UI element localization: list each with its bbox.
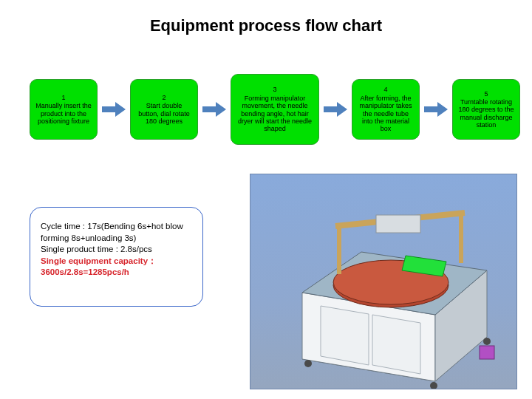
svg-point-19 <box>430 382 437 389</box>
svg-marker-8 <box>321 306 369 365</box>
svg-marker-0 <box>102 102 126 117</box>
arrow-icon <box>202 102 226 117</box>
svg-point-20 <box>483 338 491 345</box>
step-2-text: Start double button, dial rotate 180 deg… <box>135 102 193 125</box>
step-5: 5 Turntable rotating 180 degrees to the … <box>452 79 520 140</box>
step-1-text: Manually insert the product into the pos… <box>35 102 92 125</box>
step-5-text: Turntable rotating 180 degrees to the ma… <box>457 98 515 129</box>
step-4-number: 4 <box>383 86 387 93</box>
cycle-time-line: Cycle time : 17s(Bending 6s+hot blow for… <box>41 221 192 244</box>
svg-marker-3 <box>424 102 448 117</box>
step-1: 1 Manually insert the product into the p… <box>30 79 98 140</box>
svg-rect-17 <box>480 346 494 359</box>
svg-marker-9 <box>372 315 420 374</box>
svg-point-18 <box>304 360 312 367</box>
step-3-text: Forming manipulator movement, the needle… <box>236 95 314 133</box>
machine-illustration <box>250 174 517 389</box>
step-4-text: After forming, the manipulator takes the… <box>357 95 415 133</box>
step-5-number: 5 <box>484 90 488 98</box>
slide-canvas: Equipment process flow chart 1 Manually … <box>0 0 532 399</box>
step-2: 2 Start double button, dial rotate 180 d… <box>130 79 198 140</box>
process-flow: 1 Manually insert the product into the p… <box>30 74 517 145</box>
svg-rect-16 <box>376 215 420 233</box>
step-2-number: 2 <box>162 94 166 101</box>
step-3-number: 3 <box>273 86 276 93</box>
capacity-line: Single equipment capacity：3600s/2.8s=128… <box>41 256 192 279</box>
cycle-notes: Cycle time : 17s(Bending 6s+hot blow for… <box>30 207 203 307</box>
arrow-icon <box>102 102 126 117</box>
step-1-number: 1 <box>61 94 65 101</box>
page-title: Equipment process flow chart <box>0 16 532 35</box>
svg-marker-2 <box>324 102 347 117</box>
step-3: 3 Forming manipulator movement, the need… <box>231 74 319 145</box>
arrow-icon <box>324 102 347 117</box>
arrow-icon <box>424 102 448 117</box>
svg-marker-1 <box>202 102 226 117</box>
step-4: 4 After forming, the manipulator takes t… <box>352 79 420 140</box>
machine-icon <box>250 174 516 389</box>
single-product-time-line: Single product time : 2.8s/pcs <box>41 244 192 256</box>
